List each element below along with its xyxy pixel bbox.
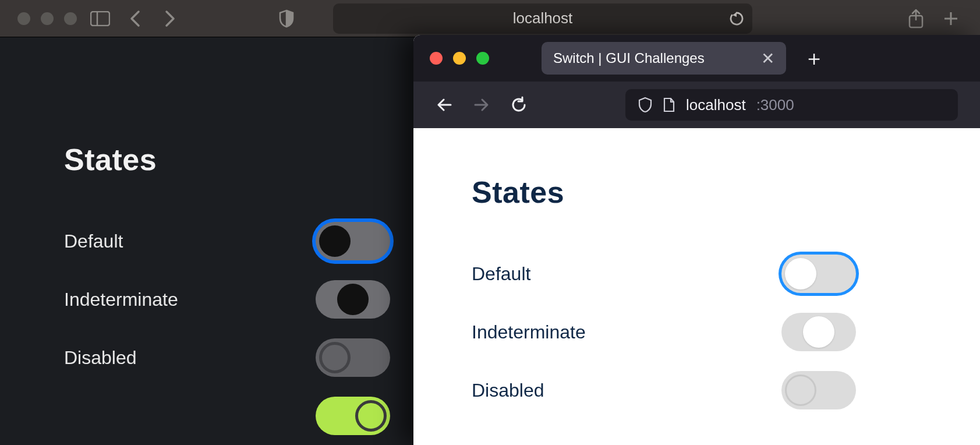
switch-row-default: Default: [64, 212, 390, 270]
shield-icon[interactable]: [275, 7, 298, 30]
firefox-minimize-dot[interactable]: [453, 52, 466, 65]
switch-label: Indeterminate: [472, 322, 586, 343]
firefox-close-dot[interactable]: [430, 52, 443, 65]
switch-row-default: Default: [472, 245, 856, 303]
switch-indeterminate[interactable]: [316, 280, 390, 319]
safari-minimize-dot[interactable]: [41, 12, 54, 25]
switch-disabled: [316, 338, 390, 377]
switch-row-disabled: Disabled: [472, 361, 856, 419]
forward-icon[interactable]: [473, 96, 490, 114]
switch-label: Default: [64, 231, 123, 252]
firefox-address-bar[interactable]: localhost:3000: [625, 89, 958, 121]
safari-toolbar: localhost: [0, 0, 980, 37]
firefox-page-content: States Default Indeterminate Disabled: [413, 128, 980, 445]
reload-icon[interactable]: [510, 96, 528, 114]
back-icon[interactable]: [123, 7, 147, 30]
firefox-window: Switch | GUI Challenges ✕ ＋ localhost:30…: [413, 35, 980, 445]
safari-address-text: localhost: [513, 9, 573, 27]
address-host: localhost: [686, 96, 746, 114]
switch-default[interactable]: [781, 255, 856, 293]
switch-disabled-checked: [316, 397, 390, 435]
svg-rect-0: [91, 12, 109, 26]
new-tab-icon[interactable]: [939, 7, 963, 30]
switch-label: Indeterminate: [64, 289, 178, 310]
firefox-zoom-dot[interactable]: [476, 52, 489, 65]
new-tab-icon[interactable]: ＋: [804, 44, 825, 73]
page-heading: States: [472, 175, 980, 210]
switch-label: Default: [472, 263, 530, 285]
browser-tab[interactable]: Switch | GUI Challenges ✕: [542, 42, 786, 75]
safari-address-bar[interactable]: localhost: [333, 3, 752, 34]
switch-label: Disabled: [64, 347, 137, 369]
switch-row-indeterminate: Indeterminate: [472, 303, 856, 361]
switch-thumb: [803, 316, 834, 348]
forward-icon[interactable]: [158, 7, 182, 30]
switch-thumb: [355, 400, 387, 432]
sidebar-icon[interactable]: [89, 7, 112, 30]
switch-label: Disabled: [472, 380, 544, 401]
switch-row-disabled-checked: [64, 387, 390, 445]
safari-close-dot[interactable]: [17, 12, 30, 25]
shield-icon[interactable]: [638, 97, 652, 113]
safari-zoom-dot[interactable]: [64, 12, 77, 25]
switch-thumb: [785, 258, 816, 289]
share-icon[interactable]: [904, 7, 928, 30]
switch-thumb: [319, 342, 351, 373]
switch-thumb: [785, 375, 816, 406]
back-icon[interactable]: [436, 96, 453, 114]
safari-traffic-lights: [17, 12, 77, 25]
switch-default[interactable]: [316, 222, 390, 260]
switch-indeterminate[interactable]: [781, 313, 856, 351]
switch-thumb: [319, 225, 351, 257]
firefox-traffic-lights: [430, 52, 489, 65]
reload-icon[interactable]: [729, 11, 744, 26]
switch-disabled: [781, 371, 856, 409]
switch-row-disabled: Disabled: [64, 329, 390, 387]
close-icon[interactable]: ✕: [761, 49, 774, 68]
firefox-tab-bar: Switch | GUI Challenges ✕ ＋: [413, 35, 980, 82]
switch-row-indeterminate: Indeterminate: [64, 270, 390, 329]
tab-title: Switch | GUI Challenges: [553, 50, 705, 66]
switch-thumb: [337, 284, 369, 315]
address-port: :3000: [756, 96, 794, 114]
firefox-toolbar: localhost:3000: [413, 82, 980, 128]
page-icon: [663, 97, 675, 112]
